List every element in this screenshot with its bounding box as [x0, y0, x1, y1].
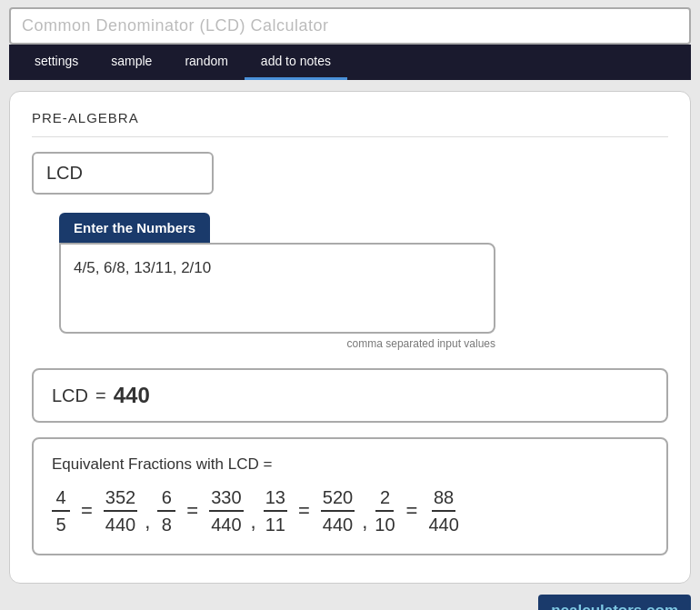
equals-4: = — [403, 499, 422, 523]
enter-numbers-section: Enter the Numbers 4/5, 6/8, 13/11, 2/10 … — [59, 213, 668, 350]
equiv-fractions-box: Equivalent Fractions with LCD = 4 5 = 35… — [32, 437, 668, 555]
brand-box: ncalculators.com — [538, 595, 691, 610]
tab-random[interactable]: random — [168, 45, 244, 80]
input-hint: comma separated input values — [59, 337, 495, 350]
footer-row: ncalculators.com — [9, 595, 691, 610]
result-value: 440 — [114, 383, 150, 408]
lcd-result-box: LCD = 440 — [32, 368, 668, 423]
tab-sample[interactable]: sample — [95, 45, 168, 80]
equals-2: = — [183, 499, 202, 523]
comma-3: , — [362, 510, 367, 535]
tab-bar: settings sample random add to notes — [9, 45, 691, 80]
fraction-6-8: 6 8 — [157, 486, 175, 535]
equals-3: = — [295, 499, 314, 523]
brand-text: ncalculators.com — [551, 602, 678, 610]
title-text: Common Denominator (LCD) Calculator — [22, 16, 329, 35]
equals-1: = — [77, 499, 96, 523]
fraction-520-440: 520 440 — [321, 486, 355, 535]
result-label: LCD — [52, 385, 88, 406]
tab-add-to-notes[interactable]: add to notes — [245, 45, 347, 80]
app-wrapper: Common Denominator (LCD) Calculator sett… — [0, 0, 700, 610]
main-card: PRE-ALGEBRA LCD Enter the Numbers 4/5, 6… — [9, 91, 691, 584]
tab-settings[interactable]: settings — [18, 45, 95, 80]
fraction-88-440: 88 440 — [428, 486, 458, 535]
fraction-13-11: 13 11 — [264, 486, 287, 535]
equiv-title: Equivalent Fractions with LCD = — [52, 455, 648, 474]
comma-2: , — [251, 510, 256, 535]
fractions-row: 4 5 = 352 440 , 6 8 = 330 — [52, 486, 648, 535]
fraction-330-440: 330 440 — [209, 486, 243, 535]
enter-numbers-label: Enter the Numbers — [59, 213, 210, 243]
fraction-4-5: 4 5 — [52, 486, 70, 535]
equals-symbol: = — [95, 385, 106, 406]
comma-1: , — [145, 510, 150, 535]
calculator-label: LCD — [32, 152, 214, 195]
title-bar: Common Denominator (LCD) Calculator — [9, 7, 691, 45]
section-label: PRE-ALGEBRA — [32, 110, 668, 137]
numbers-input[interactable]: 4/5, 6/8, 13/11, 2/10 — [59, 243, 495, 334]
fraction-352-440: 352 440 — [104, 486, 137, 535]
fraction-2-10: 2 10 — [375, 486, 395, 535]
